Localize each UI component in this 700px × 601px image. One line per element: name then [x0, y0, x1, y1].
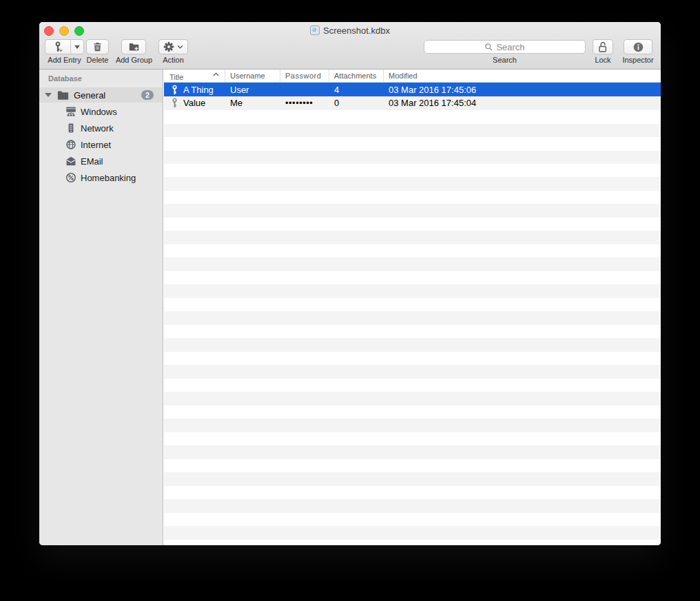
lock-button[interactable]: [593, 39, 613, 54]
gear-icon: [163, 41, 174, 52]
empty-row-stripes: [164, 110, 661, 546]
sidebar-item-label: EMail: [81, 156, 103, 167]
sort-ascending-icon: [213, 72, 219, 76]
delete-label: Delete: [81, 56, 114, 64]
sidebar-group-general[interactable]: General 2: [39, 87, 163, 103]
table-header: Title Username Password Attachments Modi…: [164, 70, 661, 83]
globe-icon: [65, 139, 76, 150]
add-entry-label: Add Entry: [45, 56, 84, 64]
folder-icon: [57, 90, 69, 101]
sidebar-item-label: Internet: [81, 140, 111, 150]
add-entry-button[interactable]: [45, 39, 84, 54]
entry-modified: 03 Mar 2016 17:45:04: [384, 98, 661, 108]
sidebar-item-internet[interactable]: Internet: [39, 136, 163, 153]
column-header-password[interactable]: Password: [280, 70, 329, 82]
sidebar-header: Database: [48, 74, 82, 83]
window-chrome: Screenshot.kdbx Add Entry Dele: [39, 22, 661, 70]
search-icon: [484, 43, 493, 52]
table-row-selected[interactable]: A Thing User 4 03 Mar 2016 17:45:06: [164, 83, 661, 96]
percent-icon: [65, 172, 76, 183]
entry-modified: 03 Mar 2016 17:45:06: [384, 85, 661, 95]
action-label: Action: [158, 56, 188, 64]
lock-label: Lock: [588, 56, 618, 64]
window-title: Screenshot.kdbx: [323, 25, 390, 36]
sidebar-item-label: Windows: [81, 107, 117, 117]
entry-username: Me: [225, 98, 280, 108]
dropdown-arrow-icon: [74, 45, 80, 49]
sidebar-item-homebanking[interactable]: Homebanking: [39, 169, 163, 186]
info-icon: [632, 41, 644, 53]
entry-table: Title Username Password Attachments Modi…: [164, 70, 661, 545]
column-header-attachments[interactable]: Attachments: [329, 70, 384, 82]
folder-plus-icon: [128, 41, 140, 52]
column-header-title[interactable]: Title: [164, 70, 225, 82]
titlebar: Screenshot.kdbx: [39, 25, 661, 36]
table-row[interactable]: Value Me •••••••• 0 03 Mar 2016 17:45:04: [164, 96, 661, 110]
unlocked-padlock-icon: [597, 41, 608, 53]
entry-title: A Thing: [183, 85, 214, 95]
key-plus-icon: [45, 41, 70, 52]
disclosure-triangle-icon[interactable]: [45, 93, 52, 97]
search-placeholder: Search: [496, 42, 524, 52]
entry-attachments: 4: [329, 85, 384, 95]
action-button[interactable]: [158, 39, 188, 54]
entry-count-badge: 2: [141, 90, 154, 100]
document-proxy-icon: [310, 25, 320, 35]
column-header-modified[interactable]: Modified: [384, 70, 661, 82]
trash-icon: [92, 41, 103, 52]
add-group-label: Add Group: [115, 56, 153, 64]
sidebar-item-windows[interactable]: Windows: [39, 103, 163, 120]
inspector-label: Inspector: [619, 56, 657, 64]
sidebar-group-label: General: [74, 90, 105, 101]
entry-password: ••••••••: [280, 98, 329, 108]
envelope-icon: [65, 156, 76, 167]
column-header-username[interactable]: Username: [225, 70, 280, 82]
sidebar-item-email[interactable]: EMail: [39, 153, 163, 169]
sidebar-item-network[interactable]: Network: [39, 120, 163, 136]
sidebar: Database General 2 Windows: [39, 70, 163, 545]
key-icon: [169, 85, 180, 95]
inspector-button[interactable]: [624, 39, 652, 54]
windows-network-icon: [65, 106, 76, 117]
search-input[interactable]: Search: [424, 40, 586, 54]
chevron-down-icon: [177, 45, 183, 50]
key-icon: [169, 98, 180, 108]
server-icon: [65, 123, 76, 134]
entry-title: Value: [183, 98, 205, 108]
add-entry-dropdown[interactable]: [71, 45, 83, 49]
entry-attachments: 0: [329, 98, 384, 108]
sidebar-item-label: Network: [81, 123, 114, 134]
search-label: Search: [424, 56, 586, 64]
delete-button[interactable]: [86, 39, 109, 54]
add-group-button[interactable]: [121, 39, 146, 54]
app-window: Screenshot.kdbx Add Entry Dele: [39, 22, 661, 545]
entry-username: User: [225, 85, 280, 95]
sidebar-item-label: Homebanking: [81, 173, 136, 183]
